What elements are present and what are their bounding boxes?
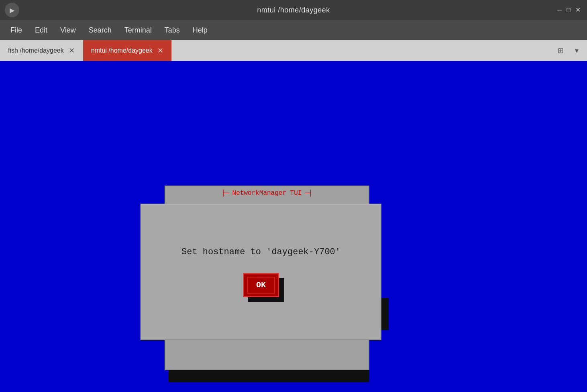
maximize-button[interactable]: □	[567, 7, 571, 13]
dialog-box: Set hostname to 'daygeek-Y700' OK	[141, 204, 381, 340]
ok-button-label: OK	[256, 280, 266, 290]
ok-button[interactable]: OK	[243, 273, 279, 297]
app-logo: ▶	[5, 3, 19, 17]
tab-bar: fish /home/daygeek ✕ nmtui /home/daygeek…	[0, 40, 587, 61]
window-controls: ─ □ ✕	[557, 7, 581, 13]
ok-button-inner: OK	[247, 277, 275, 294]
tab-fish-label: fish /home/daygeek	[8, 47, 64, 54]
dialog-message: Set hostname to 'daygeek-Y700'	[181, 247, 340, 257]
terminal-icon: ▶	[10, 6, 14, 14]
tab-nmtui-label: nmtui /home/daygeek	[91, 47, 153, 54]
tab-nmtui-close[interactable]: ✕	[157, 46, 163, 55]
title-bar: ▶ nmtui /home/daygeek ─ □ ✕	[0, 0, 587, 20]
tab-nmtui[interactable]: nmtui /home/daygeek ✕	[83, 40, 172, 61]
window-title: nmtui /home/daygeek	[257, 6, 330, 14]
new-tab-button[interactable]: ⊞	[553, 43, 568, 58]
tab-dropdown-button[interactable]: ▾	[569, 43, 584, 58]
nmtui-bg-title: ├─ NetworkManager TUI ─┤	[165, 186, 369, 200]
menu-search[interactable]: Search	[83, 24, 117, 37]
menu-edit[interactable]: Edit	[29, 24, 53, 37]
close-button[interactable]: ✕	[575, 7, 581, 13]
menu-file[interactable]: File	[5, 24, 28, 37]
menu-terminal[interactable]: Terminal	[119, 24, 157, 37]
tab-fish[interactable]: fish /home/daygeek ✕	[0, 40, 83, 61]
nmtui-bracket-right: ─┤	[305, 190, 312, 197]
menu-view[interactable]: View	[55, 24, 82, 37]
nmtui-bracket-left: ├─	[221, 190, 229, 197]
terminal-area: ├─ NetworkManager TUI ─┤ Set hostname to…	[0, 61, 587, 392]
minimize-button[interactable]: ─	[557, 7, 562, 13]
ok-button-container: OK	[243, 273, 279, 297]
nmtui-title-text: NetworkManager TUI	[232, 190, 302, 197]
tab-fish-close[interactable]: ✕	[69, 46, 75, 55]
menu-bar: File Edit View Search Terminal Tabs Help	[0, 20, 587, 40]
tab-actions: ⊞ ▾	[553, 40, 587, 61]
menu-help[interactable]: Help	[187, 24, 213, 37]
menu-tabs[interactable]: Tabs	[159, 24, 185, 37]
